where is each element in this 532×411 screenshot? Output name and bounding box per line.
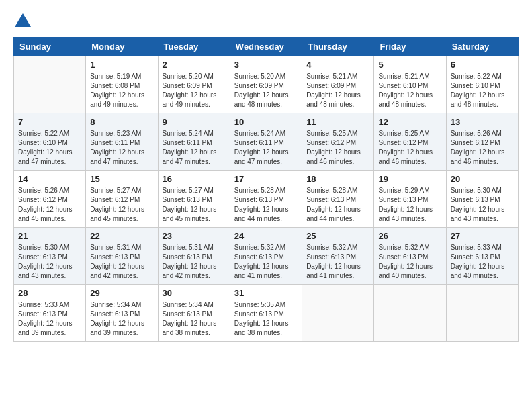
calendar-cell: 23Sunrise: 5:31 AM Sunset: 6:13 PM Dayli…: [158, 228, 230, 285]
day-number: 6: [451, 60, 514, 70]
day-number: 12: [378, 117, 441, 127]
week-row-2: 14Sunrise: 5:26 AM Sunset: 6:12 PM Dayli…: [14, 171, 519, 228]
day-info: Sunrise: 5:32 AM Sunset: 6:13 PM Dayligh…: [378, 243, 441, 281]
calendar-cell: 2Sunrise: 5:20 AM Sunset: 6:09 PM Daylig…: [158, 56, 230, 113]
calendar-cell: 24Sunrise: 5:32 AM Sunset: 6:13 PM Dayli…: [230, 228, 302, 285]
day-header-friday: Friday: [374, 38, 446, 56]
calendar-cell: [446, 285, 518, 342]
day-info: Sunrise: 5:30 AM Sunset: 6:13 PM Dayligh…: [18, 243, 81, 281]
day-header-monday: Monday: [86, 38, 158, 56]
calendar-cell: 14Sunrise: 5:26 AM Sunset: 6:12 PM Dayli…: [14, 171, 86, 228]
day-info: Sunrise: 5:33 AM Sunset: 6:13 PM Dayligh…: [18, 300, 81, 338]
day-info: Sunrise: 5:22 AM Sunset: 6:10 PM Dayligh…: [18, 129, 81, 167]
calendar-cell: 5Sunrise: 5:21 AM Sunset: 6:10 PM Daylig…: [374, 56, 446, 113]
calendar-cell: [14, 56, 86, 113]
day-info: Sunrise: 5:22 AM Sunset: 6:10 PM Dayligh…: [451, 72, 514, 109]
day-number: 2: [163, 60, 226, 70]
day-info: Sunrise: 5:32 AM Sunset: 6:13 PM Dayligh…: [234, 243, 298, 281]
day-info: Sunrise: 5:20 AM Sunset: 6:09 PM Dayligh…: [163, 72, 226, 109]
day-info: Sunrise: 5:25 AM Sunset: 6:12 PM Dayligh…: [306, 129, 369, 167]
day-info: Sunrise: 5:31 AM Sunset: 6:13 PM Dayligh…: [90, 243, 153, 281]
day-header-sunday: Sunday: [14, 38, 86, 56]
week-row-1: 7Sunrise: 5:22 AM Sunset: 6:10 PM Daylig…: [14, 113, 519, 171]
day-info: Sunrise: 5:26 AM Sunset: 6:12 PM Dayligh…: [451, 129, 514, 167]
calendar-cell: 4Sunrise: 5:21 AM Sunset: 6:09 PM Daylig…: [302, 56, 374, 113]
day-header-wednesday: Wednesday: [230, 38, 302, 56]
day-info: Sunrise: 5:19 AM Sunset: 6:08 PM Dayligh…: [90, 72, 153, 109]
day-number: 3: [234, 60, 298, 70]
calendar-cell: 18Sunrise: 5:28 AM Sunset: 6:13 PM Dayli…: [302, 171, 374, 228]
day-number: 29: [90, 288, 153, 298]
day-info: Sunrise: 5:33 AM Sunset: 6:13 PM Dayligh…: [451, 243, 514, 281]
day-number: 30: [163, 288, 226, 298]
svg-marker-0: [15, 13, 31, 27]
day-number: 5: [378, 60, 441, 70]
calendar-cell: 1Sunrise: 5:19 AM Sunset: 6:08 PM Daylig…: [86, 56, 158, 113]
calendar-cell: 31Sunrise: 5:35 AM Sunset: 6:13 PM Dayli…: [230, 285, 302, 342]
calendar-cell: 10Sunrise: 5:24 AM Sunset: 6:11 PM Dayli…: [230, 113, 302, 171]
day-number: 22: [90, 231, 153, 241]
day-number: 10: [234, 117, 298, 127]
day-info: Sunrise: 5:32 AM Sunset: 6:13 PM Dayligh…: [306, 243, 369, 281]
day-number: 15: [90, 174, 153, 184]
day-info: Sunrise: 5:27 AM Sunset: 6:12 PM Dayligh…: [90, 186, 153, 224]
calendar-cell: 25Sunrise: 5:32 AM Sunset: 6:13 PM Dayli…: [302, 228, 374, 285]
week-row-4: 28Sunrise: 5:33 AM Sunset: 6:13 PM Dayli…: [14, 285, 519, 342]
calendar-cell: 26Sunrise: 5:32 AM Sunset: 6:13 PM Dayli…: [374, 228, 446, 285]
calendar-cell: 21Sunrise: 5:30 AM Sunset: 6:13 PM Dayli…: [14, 228, 86, 285]
logo-content: [13, 13, 31, 30]
calendar-cell: 11Sunrise: 5:25 AM Sunset: 6:12 PM Dayli…: [302, 113, 374, 171]
day-number: 26: [378, 231, 441, 241]
calendar-cell: 16Sunrise: 5:27 AM Sunset: 6:13 PM Dayli…: [158, 171, 230, 228]
week-row-3: 21Sunrise: 5:30 AM Sunset: 6:13 PM Dayli…: [14, 228, 519, 285]
header: [13, 13, 519, 30]
calendar-cell: 15Sunrise: 5:27 AM Sunset: 6:12 PM Dayli…: [86, 171, 158, 228]
calendar-cell: 6Sunrise: 5:22 AM Sunset: 6:10 PM Daylig…: [446, 56, 518, 113]
day-number: 19: [378, 174, 441, 184]
day-number: 23: [163, 231, 226, 241]
day-number: 14: [18, 174, 81, 184]
days-header-row: SundayMondayTuesdayWednesdayThursdayFrid…: [14, 38, 519, 56]
calendar-cell: 27Sunrise: 5:33 AM Sunset: 6:13 PM Dayli…: [446, 228, 518, 285]
day-info: Sunrise: 5:30 AM Sunset: 6:13 PM Dayligh…: [451, 186, 514, 224]
day-number: 18: [306, 174, 369, 184]
day-number: 7: [18, 117, 81, 127]
calendar-cell: 3Sunrise: 5:20 AM Sunset: 6:09 PM Daylig…: [230, 56, 302, 113]
day-header-tuesday: Tuesday: [158, 38, 230, 56]
day-number: 11: [306, 117, 369, 127]
calendar-cell: [374, 285, 446, 342]
day-number: 20: [451, 174, 514, 184]
logo-icon: [15, 13, 31, 27]
day-number: 16: [163, 174, 226, 184]
calendar-cell: 22Sunrise: 5:31 AM Sunset: 6:13 PM Dayli…: [86, 228, 158, 285]
calendar-table: SundayMondayTuesdayWednesdayThursdayFrid…: [13, 37, 519, 342]
day-info: Sunrise: 5:23 AM Sunset: 6:11 PM Dayligh…: [90, 129, 153, 167]
calendar-cell: 7Sunrise: 5:22 AM Sunset: 6:10 PM Daylig…: [14, 113, 86, 171]
day-info: Sunrise: 5:21 AM Sunset: 6:10 PM Dayligh…: [378, 72, 441, 109]
calendar-cell: 20Sunrise: 5:30 AM Sunset: 6:13 PM Dayli…: [446, 171, 518, 228]
day-header-saturday: Saturday: [446, 38, 518, 56]
day-number: 27: [451, 231, 514, 241]
week-row-0: 1Sunrise: 5:19 AM Sunset: 6:08 PM Daylig…: [14, 56, 519, 113]
day-info: Sunrise: 5:21 AM Sunset: 6:09 PM Dayligh…: [306, 72, 369, 109]
day-info: Sunrise: 5:25 AM Sunset: 6:12 PM Dayligh…: [378, 129, 441, 167]
day-number: 1: [90, 60, 153, 70]
calendar-cell: [302, 285, 374, 342]
day-header-thursday: Thursday: [302, 38, 374, 56]
day-number: 31: [234, 288, 298, 298]
day-info: Sunrise: 5:20 AM Sunset: 6:09 PM Dayligh…: [234, 72, 298, 109]
day-info: Sunrise: 5:24 AM Sunset: 6:11 PM Dayligh…: [234, 129, 298, 167]
calendar-cell: 19Sunrise: 5:29 AM Sunset: 6:13 PM Dayli…: [374, 171, 446, 228]
day-info: Sunrise: 5:28 AM Sunset: 6:13 PM Dayligh…: [234, 186, 298, 224]
day-info: Sunrise: 5:34 AM Sunset: 6:13 PM Dayligh…: [90, 300, 153, 338]
day-number: 24: [234, 231, 298, 241]
calendar-cell: 30Sunrise: 5:34 AM Sunset: 6:13 PM Dayli…: [158, 285, 230, 342]
calendar-cell: 9Sunrise: 5:24 AM Sunset: 6:11 PM Daylig…: [158, 113, 230, 171]
calendar-cell: 28Sunrise: 5:33 AM Sunset: 6:13 PM Dayli…: [14, 285, 86, 342]
day-info: Sunrise: 5:34 AM Sunset: 6:13 PM Dayligh…: [163, 300, 226, 338]
day-number: 9: [163, 117, 226, 127]
day-number: 28: [18, 288, 81, 298]
calendar-cell: 12Sunrise: 5:25 AM Sunset: 6:12 PM Dayli…: [374, 113, 446, 171]
logo: [13, 13, 31, 30]
day-number: 8: [90, 117, 153, 127]
